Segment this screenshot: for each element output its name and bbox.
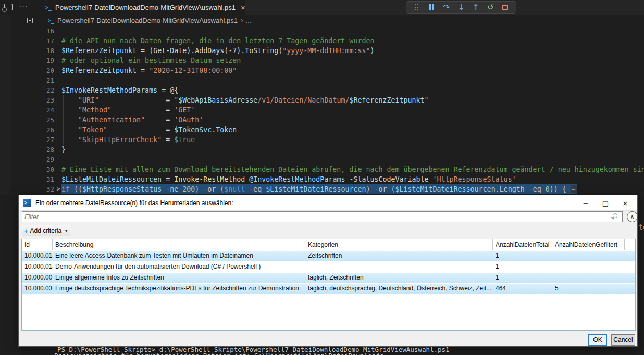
code-line-21[interactable]: 21 [0,75,644,85]
column-header-anzahldateiengefiltert[interactable]: AnzahlDateienGefiltert [552,239,625,250]
cell-beschreibung: Einige deutschsprachige Technikspezifika… [53,284,305,294]
collapse-criteria-button[interactable]: ∧ [627,211,638,222]
code-text: $ListeMitDateiRessourcen = Invoke-RestMe… [61,174,516,184]
more-actions-icon[interactable]: ··· [19,2,28,10]
line-number[interactable]: 28 [0,145,54,155]
cell-anzahldateientotal: 1 [493,251,552,261]
cell-kategorien: täglich, deutschsprachig, Deutschland, Ö… [305,284,493,294]
step-out-button[interactable]: ↑ [470,2,481,12]
pause-icon [429,4,434,10]
table-row[interactable]: 10.000.013Eine leere Access-Datenbank zu… [22,251,635,261]
line-number[interactable]: 26 [0,125,54,135]
table-row[interactable]: 10.000.014Demo-Anwendungen für den autom… [22,262,635,272]
table-row[interactable]: 10.000.030Einige deutschsprachige Techni… [22,284,635,294]
code-line-31[interactable]: 31$ListeMitDateiRessourcen = Invoke-Rest… [0,174,644,184]
line-number[interactable]: 24 [0,105,54,115]
code-line-16[interactable]: 16 [0,26,644,36]
code-line-19[interactable]: 19# oder optional ein bestimmtes Datum s… [0,56,644,66]
line-number[interactable]: 22 [0,85,54,95]
line-number[interactable]: 32 [0,184,54,194]
cell-anzahldateiengefiltert [552,273,625,283]
tab-powershell-file[interactable]: >_ Powershell7-DateiDownloadDemo-MitGrid… [41,0,245,15]
powershell-app-icon: >_ [23,199,31,207]
column-header-kategorien[interactable]: Kategorien [305,239,493,250]
add-criteria-button[interactable]: + Add criteria ▼ [22,225,70,236]
line-number[interactable]: 19 [0,56,54,66]
line-number[interactable]: 17 [0,36,54,46]
code-line-20[interactable]: 20$ReferenzZeitpunkt = "2020-12-31T08:00… [0,66,644,75]
ok-button[interactable]: OK [588,334,607,346]
column-header-anzahldateientotal[interactable]: AnzahlDateienTotal [493,239,552,250]
toolbar-drag-handle[interactable] [411,2,423,12]
grid-header-row: IdBeschreibungKategorienAnzahlDateienTot… [22,239,635,250]
cell-anzahldateientotal: 464 [493,284,552,294]
breadcrumb-more[interactable]: … [245,17,252,24]
breadcrumb-file[interactable]: Powershell7-DateiDownloadDemo-MitGridVie… [57,17,238,24]
open-editors-icon[interactable] [27,18,33,23]
out-gridview-dialog: >_ Ein oder mehrere DateiRessource(n) fü… [18,195,638,347]
code-line-22[interactable]: 22$InvokeRestMethodParams = @{ [0,85,644,95]
maximize-button[interactable]: □ [596,195,615,211]
line-number[interactable]: 16 [0,26,54,36]
step-out-icon: ↑ [473,3,479,12]
step-over-icon: ↷ [443,3,450,12]
file-resource-grid: IdBeschreibungKategorienAnzahlDateienTot… [21,239,636,331]
table-row[interactable]: 10.000.007Einige allgemeine Infos zu Zei… [22,273,635,283]
code-line-28[interactable]: 28} [0,145,644,155]
line-number[interactable]: 21 [0,75,54,85]
line-number[interactable]: 20 [0,66,54,75]
line-number[interactable]: 31 [0,174,54,184]
dialog-title: Ein oder mehrere DateiRessource(n) für d… [35,199,233,207]
editor-corner: ··· [0,0,41,15]
step-into-button[interactable]: ↓ [455,2,467,12]
code-line-27[interactable]: 27 "SkipHttpErrorCheck" = $true [0,135,644,145]
cancel-button[interactable]: Cancel [611,334,635,346]
code-line-26[interactable]: 26 "Token" = $TokenSvc.Token [0,125,644,135]
line-number[interactable]: 29 [0,155,54,164]
dialog-title-bar[interactable]: >_ Ein oder mehrere DateiRessource(n) fü… [19,195,637,211]
tab-label: Powershell7-DateiDownloadDemo-MitGridVie… [55,4,236,11]
code-line-32[interactable]: 32>if (($HttpResponseStatus -ne 200) -or… [0,184,644,194]
code-text: $ReferenzZeitpunkt = (Get-Date).AddDays(… [61,46,374,56]
cell-beschreibung: Eine leere Access-Datenbank zum Testen m… [53,251,305,261]
line-number[interactable]: 18 [0,46,54,56]
cell-beschreibung: Einige allgemeine Infos zu Zeitschriften [53,273,305,283]
line-number[interactable]: 23 [0,95,54,105]
cell-beschreibung: Demo-Anwendungen für den automatisierten… [53,262,305,272]
line-number[interactable]: 30 [0,164,54,174]
code-line-29[interactable]: 29 [0,155,644,164]
powershell-file-icon: >_ [45,5,52,10]
step-over-button[interactable]: ↷ [441,2,452,12]
breadcrumb: >_ Powershell7-DateiDownloadDemo-MitGrid… [0,15,644,26]
code-text: "Method" = 'GET' [61,105,195,115]
code-text: # die API nun nach Daten fragen, die in … [61,36,374,46]
cell-anzahldateiengefiltert [552,251,625,261]
code-line-23[interactable]: 23 "URI" = "$WebApiBasisAdresse/v1/Datei… [0,95,644,105]
close-button[interactable]: × [615,195,635,211]
code-editor[interactable]: 1617# die API nun nach Daten fragen, die… [0,26,644,194]
code-line-24[interactable]: 24 "Method" = 'GET' [0,105,644,115]
cell-id: 10.000.030 [22,284,53,294]
restart-button[interactable]: ↺ [485,2,497,12]
code-line-25[interactable]: 25 "Authentication" = 'OAuth' [0,115,644,125]
tab-close-icon[interactable]: × [241,3,245,12]
pause-button[interactable] [426,2,437,12]
add-criteria-label: Add criteria [30,227,61,234]
cell-anzahldateientotal: 1 [493,273,552,283]
line-number[interactable]: 27 [0,135,54,145]
code-text: "Token" = $TokenSvc.Token [61,125,237,135]
code-text: $InvokeRestMethodParams = @{ [61,85,178,95]
line-number[interactable]: 25 [0,115,54,125]
stop-button[interactable] [500,2,511,12]
debug-window-icon[interactable] [4,4,13,10]
code-line-30[interactable]: 30# Eine Liste mit allen zum Download be… [0,164,644,174]
filter-input[interactable] [22,211,623,222]
code-line-18[interactable]: 18$ReferenzZeitpunkt = (Get-Date).AddDay… [0,46,644,56]
minimize-button[interactable]: − [576,195,596,211]
code-text: "Authentication" = 'OAuth' [61,115,203,125]
code-line-17[interactable]: 17# die API nun nach Daten fragen, die i… [0,36,644,46]
column-header-beschreibung[interactable]: Beschreibung [53,239,305,250]
column-header-id[interactable]: Id [22,239,53,250]
fold-chevron-icon[interactable]: > [55,184,62,194]
code-text: "URI" = "$WebApiBasisAdresse/v1/Dateien/… [61,95,429,105]
